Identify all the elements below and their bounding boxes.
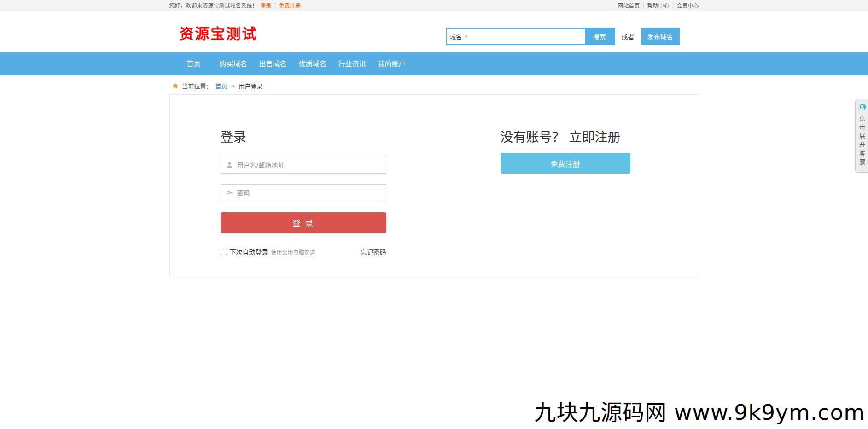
site-logo[interactable]: 资源宝测试	[180, 22, 258, 43]
login-submit-button[interactable]: 登 录	[221, 212, 386, 233]
user-icon	[226, 161, 233, 169]
topbar-register-link[interactable]: 免费注册	[279, 1, 301, 9]
publish-domain-button[interactable]: 发布域名	[641, 28, 680, 45]
qq-service-icon	[857, 103, 867, 112]
breadcrumb-label: 当前位置：	[182, 81, 212, 90]
nav-item-home[interactable]: 首页	[174, 52, 214, 75]
breadcrumb-separator: >	[231, 82, 236, 89]
breadcrumb-current: 用户登录	[239, 81, 262, 90]
auto-login-text: 下次自动登录	[230, 247, 268, 256]
register-title: 没有账号？ 立即注册	[501, 127, 630, 145]
chevron-down-icon	[464, 34, 469, 39]
service-widget-text: 点击展开客服	[857, 115, 866, 168]
login-title: 登录	[221, 127, 386, 145]
separator: |	[274, 2, 276, 9]
register-section: 没有账号？ 立即注册 免费注册	[501, 127, 630, 174]
or-text: 或者	[622, 32, 635, 41]
watermark-text: 九块九源码网 www.9k9ym.com	[534, 394, 865, 426]
nav-item-buy-domain[interactable]: 购买域名	[214, 52, 253, 75]
main-content: 当前位置： 首页 > 用户登录 登录 登 录 下次自动登录 使用公用电脑勿选	[169, 81, 699, 429]
auto-login-label[interactable]: 下次自动登录 使用公用电脑勿选	[221, 247, 315, 256]
greeting-text: 您好，欢迎来资源宝测试域名系统！	[169, 1, 258, 9]
main-nav: 首页 购买域名 出售域名 优质域名 行业资讯 我的账户	[0, 52, 868, 75]
nav-item-industry-news[interactable]: 行业资讯	[332, 52, 372, 75]
login-panel: 登录 登 录 下次自动登录 使用公用电脑勿选 忘记密码 没有账号？ 立即注册	[169, 94, 699, 277]
search-input[interactable]	[472, 29, 585, 44]
username-field-wrap	[221, 157, 386, 174]
username-input[interactable]	[233, 162, 386, 169]
forgot-password-link[interactable]: 忘记密码	[361, 247, 386, 256]
login-section: 登录 登 录 下次自动登录 使用公用电脑勿选 忘记密码	[221, 127, 386, 256]
breadcrumb: 当前位置： 首页 > 用户登录	[169, 81, 699, 90]
nav-item-sell-domain[interactable]: 出售域名	[253, 52, 293, 75]
auto-login-note: 使用公用电脑勿选	[271, 248, 315, 256]
free-register-button[interactable]: 免费注册	[501, 153, 630, 174]
password-input[interactable]	[233, 189, 386, 197]
separator: |	[672, 2, 674, 9]
search-button[interactable]: 搜索	[585, 29, 614, 44]
header: 资源宝测试 域名 搜索 或者 发布域名	[0, 11, 868, 52]
breadcrumb-home-link[interactable]: 首页	[216, 81, 227, 90]
search-category-select[interactable]: 域名	[447, 29, 472, 44]
topbar-link-member[interactable]: 会员中心	[676, 1, 699, 9]
search-category-value: 域名	[450, 32, 462, 41]
topbar: 您好，欢迎来资源宝测试域名系统！ 登录 | 免费注册 网站首页 | 帮助中心 |…	[0, 0, 868, 11]
home-icon[interactable]	[172, 82, 179, 90]
auto-login-checkbox[interactable]	[221, 249, 227, 255]
key-icon	[226, 189, 233, 197]
nav-item-premium-domain[interactable]: 优质域名	[293, 52, 332, 75]
panel-divider	[460, 126, 460, 263]
topbar-link-home[interactable]: 网站首页	[618, 1, 640, 9]
topbar-link-help[interactable]: 帮助中心	[647, 1, 669, 9]
search-box: 域名 搜索	[446, 28, 615, 45]
nav-item-my-account[interactable]: 我的账户	[372, 52, 412, 75]
search-area: 域名 搜索 或者 发布域名	[446, 28, 680, 45]
password-field-wrap	[221, 184, 386, 201]
separator: |	[642, 2, 644, 9]
topbar-login-link[interactable]: 登录	[261, 1, 272, 9]
customer-service-widget[interactable]: 点击展开客服	[855, 99, 868, 173]
